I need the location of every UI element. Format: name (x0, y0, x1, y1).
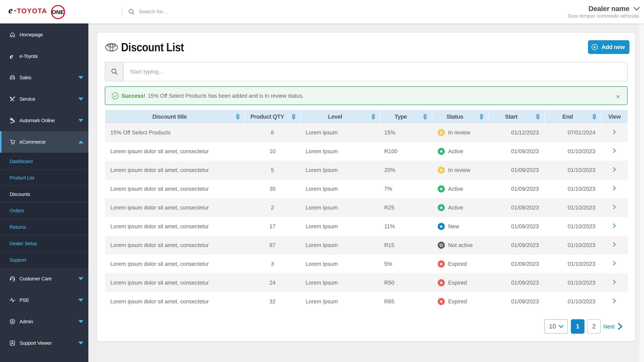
svg-text:TOYOTA: TOYOTA (17, 7, 47, 14)
svg-text:e: e (10, 53, 13, 59)
svg-text:-: - (14, 6, 16, 14)
svg-text:e: e (8, 5, 13, 15)
svg-text:ONE: ONE (52, 9, 64, 15)
